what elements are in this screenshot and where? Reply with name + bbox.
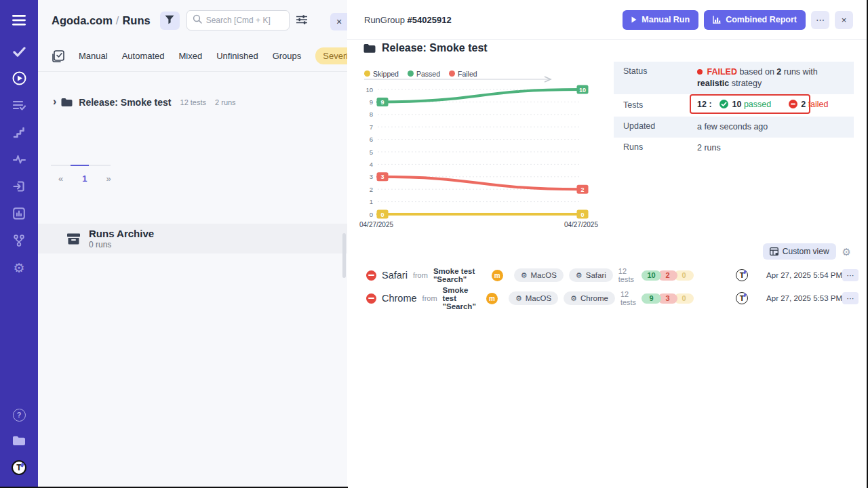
runs-list: Safari from Smoke test "Search" m ⚙MacOS… <box>358 265 859 311</box>
os-pill[interactable]: ⚙MacOS <box>509 291 558 305</box>
custom-view-label: Custom view <box>783 247 829 256</box>
tab-manual[interactable]: Manual <box>79 51 108 61</box>
status-strategy: realistic <box>697 79 729 88</box>
run-name[interactable]: Safari <box>382 270 408 281</box>
svg-text:3: 3 <box>380 174 384 180</box>
chevron-right-icon[interactable]: › <box>53 96 56 107</box>
run-group-label: RunGroup #54025912 <box>364 15 452 25</box>
select-all-icon[interactable] <box>52 50 64 62</box>
analytics-icon[interactable] <box>0 204 38 223</box>
svg-text:2: 2 <box>370 186 373 193</box>
run-group-word: RunGroup <box>364 15 405 25</box>
status-label: Status <box>614 62 697 94</box>
bar-chart-icon <box>713 16 721 24</box>
custom-view-button[interactable]: Custom view <box>763 243 836 260</box>
time-axis-arrow-icon <box>364 76 557 83</box>
sidebar-rail: ⚙ ? T <box>0 0 38 488</box>
runs-play-icon[interactable] <box>0 68 38 87</box>
menu-icon[interactable] <box>0 11 38 30</box>
tab-mixed[interactable]: Mixed <box>179 51 203 61</box>
view-settings-button[interactable] <box>296 14 307 27</box>
import-icon[interactable] <box>0 177 38 196</box>
pulse-icon[interactable] <box>0 150 38 169</box>
browser-pill[interactable]: ⚙Safari <box>569 268 613 282</box>
run-row-right: 10 2 0 T Apr 27, 2025 5:54 PM ⋯ <box>642 269 859 281</box>
left-panel-close-button[interactable]: × <box>330 13 348 30</box>
tests-passed-count: 10 <box>732 100 742 109</box>
run-group-header: RunGroup #54025912 Manual Run Combined R… <box>347 0 868 40</box>
folder-icon <box>363 43 376 54</box>
os-pill[interactable]: ⚙MacOS <box>514 268 564 282</box>
play-icon <box>631 16 637 23</box>
combined-report-button[interactable]: Combined Report <box>704 10 806 30</box>
svg-text:4: 4 <box>370 161 373 168</box>
tree-item-title: Release: Smoke test <box>79 97 171 108</box>
status-runs-count: 2 <box>776 67 781 77</box>
left-panel-scrollbar[interactable] <box>342 233 346 278</box>
run-row-safari[interactable]: Safari from Smoke test "Search" m ⚙MacOS… <box>358 265 859 285</box>
checks-icon[interactable] <box>0 42 38 61</box>
pagination-page-1[interactable]: 1 <box>78 172 91 185</box>
archive-box-icon <box>66 232 81 245</box>
svg-text:8: 8 <box>370 110 373 118</box>
settings-gear-icon[interactable]: ⚙ <box>0 258 38 277</box>
browser-pill[interactable]: ⚙Chrome <box>564 291 615 305</box>
svg-text:9: 9 <box>380 99 384 106</box>
os-name: MacOS <box>531 271 557 279</box>
archive-text: Runs Archive 0 runs <box>89 228 154 249</box>
branches-icon[interactable] <box>0 231 38 250</box>
updated-label: Updated <box>614 117 697 138</box>
gear-icon: ⚙ <box>521 271 528 280</box>
test-plans-icon[interactable] <box>0 96 38 115</box>
filter-button[interactable] <box>160 12 180 30</box>
run-source[interactable]: Smoke test "Search" <box>433 267 486 283</box>
tab-unfinished[interactable]: Unfinished <box>216 51 258 61</box>
chart-legend: Skipped Passed Failed <box>364 67 557 80</box>
status-text: strategy <box>732 79 762 88</box>
svg-text:2: 2 <box>580 186 584 193</box>
pagination-next-button[interactable]: » <box>102 172 115 185</box>
svg-text:6: 6 <box>370 136 373 143</box>
updated-value: a few seconds ago <box>697 117 854 138</box>
steps-icon[interactable] <box>0 123 38 142</box>
trend-chart-svg: 012345678910009103204/27/202504/27/2025 <box>358 80 602 235</box>
runs-archive-item[interactable]: Runs Archive 0 runs <box>38 224 347 253</box>
svg-text:04/27/2025: 04/27/2025 <box>359 221 393 228</box>
more-options-button[interactable]: ⋯ <box>811 11 829 29</box>
reporter-logo-icon: T <box>736 269 748 281</box>
status-badge: FAILED <box>707 67 736 77</box>
pagination-prev-button[interactable]: « <box>54 172 67 185</box>
detail-row-updated: Updated a few seconds ago <box>614 117 854 138</box>
list-settings-gear-icon[interactable]: ⚙ <box>842 247 851 257</box>
reporter-logo-icon: T <box>736 292 748 304</box>
tab-groups[interactable]: Groups <box>273 51 302 61</box>
runs-panel-header: Agoda.com/Runs × <box>38 0 347 41</box>
breadcrumb[interactable]: Agoda.com/Runs <box>52 14 151 27</box>
run-date: Apr 27, 2025 5:54 PM <box>766 271 842 279</box>
manual-run-button[interactable]: Manual Run <box>623 10 698 30</box>
tree-item-tests-count: 12 tests <box>180 98 207 106</box>
runs-value: 2 runs <box>697 138 854 159</box>
run-date: Apr 27, 2025 5:53 PM <box>766 294 842 302</box>
close-detail-button[interactable]: × <box>835 11 853 29</box>
run-row-chrome[interactable]: Chrome from Smoke test "Search" m ⚙MacOS… <box>358 288 859 308</box>
run-more-button[interactable]: ⋯ <box>842 269 859 281</box>
browser-name: Chrome <box>580 294 608 302</box>
combined-report-label: Combined Report <box>726 15 797 24</box>
table-view-icon <box>770 247 778 256</box>
tests-failed-count: 2 <box>801 100 806 109</box>
run-more-button[interactable]: ⋯ <box>842 292 859 304</box>
breadcrumb-project[interactable]: Agoda.com <box>52 14 113 26</box>
run-from-label: from <box>413 271 428 279</box>
failed-dot-icon <box>697 69 703 75</box>
search-box[interactable] <box>186 10 290 30</box>
run-source[interactable]: Smoke test "Search" <box>443 286 481 310</box>
help-icon[interactable]: ? <box>0 405 38 424</box>
run-name[interactable]: Chrome <box>382 293 417 304</box>
gear-icon: ⚙ <box>576 271 583 280</box>
search-input[interactable] <box>206 16 281 25</box>
docs-folder-icon[interactable] <box>0 431 38 450</box>
tab-automated[interactable]: Automated <box>122 51 165 61</box>
app-logo[interactable]: T <box>0 458 38 477</box>
run-group-tree-item[interactable]: › Release: Smoke test 12 tests 2 runs <box>53 97 236 108</box>
